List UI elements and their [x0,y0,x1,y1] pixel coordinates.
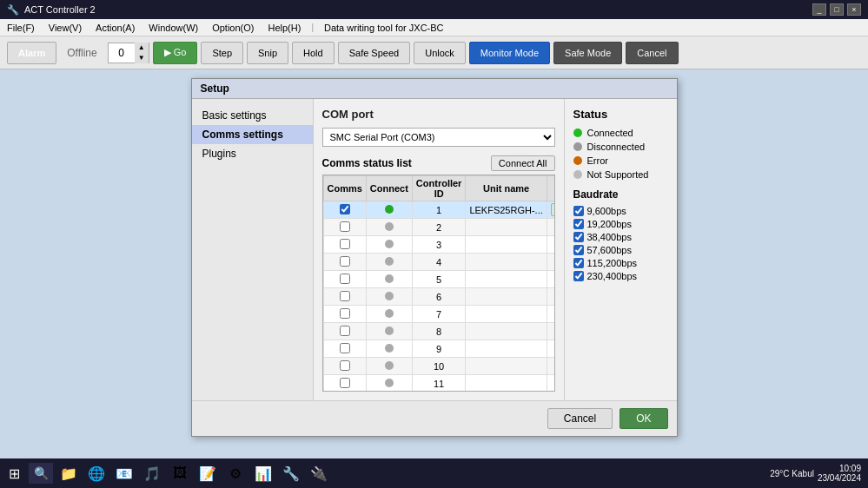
unit-name-cell [466,219,547,236]
unit-name-cell [466,271,547,288]
comms-checkbox[interactable] [340,378,350,388]
table-row: 4Connect [323,254,555,271]
offline-status: Offline [67,47,96,59]
taskbar-icon-7[interactable]: ⚙ [223,461,248,485]
close-button[interactable]: × [847,3,861,16]
comms-checkbox[interactable] [340,274,350,284]
nav-plugins[interactable]: Plugins [192,144,313,163]
col-action: Action [547,176,554,201]
nav-basic-settings[interactable]: Basic settings [192,106,313,125]
cancel-button[interactable]: Cancel [547,408,613,429]
disconnect-button[interactable]: Disconnect [551,203,555,216]
com-port-row: SMC Serial Port (COM3) SMC Serial Port (… [322,128,555,147]
unit-name-cell [466,306,547,323]
error-dot [573,156,582,165]
taskbar-icon-5[interactable]: 🖼 [168,461,192,485]
comms-checkbox[interactable] [340,204,350,214]
taskbar-icon-4[interactable]: 🎵 [140,461,164,485]
monitor-mode-button[interactable]: Monitor Mode [469,42,550,64]
table-row: 3Connect [323,236,555,254]
connected-label: Connected [587,128,633,138]
nav-comms-settings[interactable]: Comms settings [192,125,313,144]
ok-button[interactable]: OK [620,408,667,429]
disconnected-indicator [385,344,394,353]
setup-dialog: Setup Basic settings Comms settings Plug… [191,78,678,437]
baud-item: 9,600bps [573,206,668,216]
menu-window[interactable]: Window(W) [142,19,205,36]
minimize-button[interactable]: _ [812,3,826,16]
baud-label: 9,600bps [587,206,626,216]
step-button[interactable]: Step [201,42,243,64]
menu-action[interactable]: Action(A) [89,19,142,36]
maximize-button[interactable]: □ [830,3,844,16]
safe-mode-button[interactable]: Safe Mode [553,42,622,64]
not-supported-label: Not Supported [587,169,649,180]
com-port-section-title: COM port [322,108,555,121]
dialog-nav: Basic settings Comms settings Plugins [192,99,314,400]
disconnected-indicator [385,379,394,387]
cancel-all-button[interactable]: Cancel [626,42,678,64]
num-down-button[interactable]: ▼ [135,53,149,63]
col-unit-name: Unit name [466,176,547,201]
baud-label: 115,200bps [587,258,638,268]
unit-name-cell [466,375,547,392]
safe-speed-button[interactable]: Safe Speed [338,42,411,64]
comms-checkbox[interactable] [340,360,350,371]
baud-checkbox[interactable] [573,232,584,242]
num-input[interactable] [109,47,135,59]
snip-button[interactable]: Snip [247,42,288,64]
taskbar-icon-10[interactable]: 🔌 [307,461,331,485]
baud-checkbox[interactable] [573,245,584,255]
menu-file[interactable]: File(F) [0,19,42,36]
baud-checkbox[interactable] [573,258,584,268]
taskbar-icon-3[interactable]: 📧 [112,461,136,485]
comms-checkbox[interactable] [340,239,350,249]
comms-checkbox[interactable] [340,308,350,319]
com-port-select[interactable]: SMC Serial Port (COM3) SMC Serial Port (… [322,128,555,147]
comms-table-wrapper[interactable]: Comms Connect Controller ID Unit name Ac… [322,175,555,392]
title-bar-left: 🔧 ACT Controller 2 [7,4,96,16]
go-button[interactable]: ▶ Go [153,42,198,64]
dialog-center: COM port SMC Serial Port (COM3) SMC Seri… [314,99,564,400]
menu-view[interactable]: View(V) [42,19,89,36]
alarm-button[interactable]: Alarm [7,42,56,64]
connected-dot [573,129,582,137]
taskbar-icon-1[interactable]: 📁 [56,461,81,485]
hold-button[interactable]: Hold [292,42,335,64]
connect-all-button[interactable]: Connect All [491,155,555,171]
start-button[interactable]: ⊞ [3,464,25,484]
menu-help[interactable]: Help(H) [261,19,308,36]
baud-checkbox[interactable] [573,206,584,216]
dialog-main-row: Basic settings Comms settings Plugins CO… [192,99,677,400]
disconnected-indicator [385,257,394,266]
controller-id-cell: 2 [412,219,466,236]
taskbar-icon-2[interactable]: 🌐 [84,461,109,485]
menu-data-tool[interactable]: Data writing tool for JXC-BC [317,19,451,36]
baud-checkbox[interactable] [573,219,584,229]
comms-checkbox[interactable] [340,221,350,232]
num-stepper[interactable]: ▲ ▼ [108,43,149,63]
menu-option[interactable]: Option(O) [205,19,261,36]
comms-checkbox[interactable] [340,326,350,336]
table-row: 5Connect [323,271,555,288]
comms-checkbox[interactable] [340,343,350,353]
num-up-button[interactable]: ▲ [135,43,149,53]
baud-checkbox[interactable] [573,271,584,281]
status-error: Error [573,155,668,166]
table-row: 11Connect [323,375,555,392]
comms-checkbox[interactable] [340,291,350,301]
title-bar-controls: _ □ × [812,3,861,16]
controller-id-cell: 11 [412,375,466,392]
controller-id-cell: 9 [412,340,466,358]
disconnected-label: Disconnected [587,142,646,152]
comms-checkbox[interactable] [340,256,350,267]
taskbar-time: 10:09 23/04/2024 [818,464,865,483]
unlock-button[interactable]: Unlock [414,42,466,64]
taskbar-search[interactable]: 🔍 [29,463,53,484]
dialog-footer: Cancel OK [192,400,677,436]
disconnected-dot [573,142,582,151]
taskbar-icon-9[interactable]: 🔧 [279,461,303,485]
error-label: Error [587,155,608,166]
taskbar-icon-6[interactable]: 📝 [195,461,220,485]
taskbar-icon-8[interactable]: 📊 [251,461,275,485]
